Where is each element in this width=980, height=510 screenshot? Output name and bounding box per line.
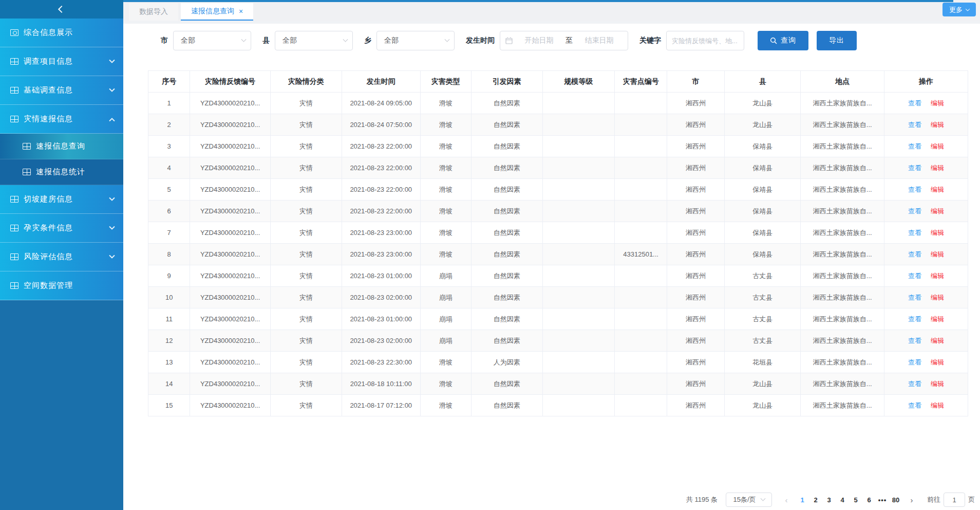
edit-link[interactable]: 编辑 (931, 402, 944, 409)
goto-label: 前往 (927, 495, 940, 504)
edit-link[interactable]: 编辑 (931, 207, 944, 215)
sidebar-item-survey-project-info[interactable]: 调查项目信息 (0, 47, 123, 76)
edit-link[interactable]: 编辑 (931, 294, 944, 301)
county-select[interactable]: 全部 (275, 31, 353, 50)
edit-link[interactable]: 编辑 (931, 337, 944, 344)
table-cell (542, 93, 614, 114)
edit-link[interactable]: 编辑 (931, 315, 944, 323)
view-link[interactable]: 查看 (908, 164, 921, 172)
actions-cell: 查看编辑 (884, 352, 968, 373)
view-link[interactable]: 查看 (908, 250, 921, 258)
export-button[interactable]: 导出 (817, 31, 857, 50)
table-cell: 龙山县 (724, 373, 800, 395)
column-header: 序号 (148, 71, 190, 93)
app: 综合信息展示调查项目信息基础调查信息灾情速报信息速报信息查询速报信息统计切坡建房… (0, 0, 980, 510)
table-cell: 古丈县 (724, 287, 800, 308)
page-number[interactable]: 80 (889, 496, 902, 504)
city-select[interactable]: 全部 (173, 31, 251, 50)
sidebar-item-comprehensive-info-display[interactable]: 综合信息展示 (0, 19, 123, 47)
table-cell: 2021-08-24 07:50:00 (342, 114, 420, 136)
sidebar-item-report-info-stats[interactable]: 速报信息统计 (0, 159, 123, 185)
view-link[interactable]: 查看 (908, 402, 921, 409)
page-number[interactable]: 6 (862, 496, 876, 504)
prev-page-button[interactable]: ‹ (780, 496, 793, 504)
table-cell: 湘西州 (667, 395, 725, 416)
page-number[interactable]: 3 (822, 496, 836, 504)
close-icon[interactable]: × (239, 8, 243, 15)
sidebar-item-report-info-query[interactable]: 速报信息查询 (0, 134, 123, 159)
table-cell (615, 201, 667, 222)
sidebar-item-risk-assessment-info[interactable]: 风险评估信息 (0, 243, 123, 271)
view-link[interactable]: 查看 (908, 358, 921, 366)
more-button[interactable]: 更多 (943, 3, 976, 16)
page-ellipsis[interactable]: ••• (876, 496, 889, 504)
table-cell: 12 (148, 330, 190, 352)
table-cell: 3 (148, 136, 190, 157)
edit-link[interactable]: 编辑 (931, 272, 944, 280)
column-header: 县 (724, 71, 800, 93)
edit-link[interactable]: 编辑 (931, 142, 944, 150)
tab-data-import[interactable]: 数据导入 (129, 3, 178, 21)
table-cell (615, 136, 667, 157)
table-cell: 灾情 (270, 244, 342, 265)
table-cell: 湘西州 (667, 373, 725, 395)
view-link[interactable]: 查看 (908, 142, 921, 150)
view-link[interactable]: 查看 (908, 315, 921, 323)
chevron-down-icon (109, 86, 115, 92)
page-number[interactable]: 2 (809, 496, 822, 504)
search-icon (770, 37, 777, 44)
edit-link[interactable]: 编辑 (931, 99, 944, 107)
view-link[interactable]: 查看 (908, 229, 921, 236)
view-link[interactable]: 查看 (908, 337, 921, 344)
sidebar-item-disaster-report-info[interactable]: 灾情速报信息 (0, 105, 123, 134)
page-number[interactable]: 5 (849, 496, 862, 504)
sidebar-item-spatial-data-management[interactable]: 空间数据管理 (0, 271, 123, 300)
edit-link[interactable]: 编辑 (931, 358, 944, 366)
table-cell: 7 (148, 222, 190, 244)
table-cell: YZD43000020210... (190, 93, 270, 114)
edit-link[interactable]: 编辑 (931, 186, 944, 193)
table-cell: 灾情 (270, 157, 342, 179)
tab-report-info-query[interactable]: 速报信息查询 × (181, 3, 253, 21)
page-number[interactable]: 1 (796, 496, 809, 504)
sidebar-item-basic-survey-info[interactable]: 基础调查信息 (0, 76, 123, 105)
view-link[interactable]: 查看 (908, 99, 921, 107)
view-link[interactable]: 查看 (908, 272, 921, 280)
table-cell: 灾情 (270, 352, 342, 373)
view-link[interactable]: 查看 (908, 207, 921, 215)
column-header: 灾害点编号 (615, 71, 667, 93)
search-button[interactable]: 查询 (758, 31, 808, 50)
township-select[interactable]: 全部 (376, 31, 455, 50)
table-cell: 保靖县 (724, 136, 800, 157)
goto-page-input[interactable] (944, 493, 965, 507)
page-size-select[interactable]: 15条/页 (726, 493, 772, 507)
column-header: 灾害类型 (420, 71, 471, 93)
table-cell: 湘西州 (667, 114, 725, 136)
edit-link[interactable]: 编辑 (931, 229, 944, 236)
keyword-input[interactable] (666, 31, 744, 50)
edit-link[interactable]: 编辑 (931, 164, 944, 172)
actions-cell: 查看编辑 (884, 395, 968, 416)
view-link[interactable]: 查看 (908, 186, 921, 193)
view-link[interactable]: 查看 (908, 380, 921, 388)
actions-cell: 查看编辑 (884, 287, 968, 308)
sidebar-item-slope-housing-info[interactable]: 切坡建房信息 (0, 185, 123, 214)
date-range-picker[interactable]: 开始日期 至 结束日期 (500, 31, 628, 50)
sidebar-item-disaster-condition-info[interactable]: 孕灾条件信息 (0, 214, 123, 243)
edit-link[interactable]: 编辑 (931, 121, 944, 129)
table-cell (615, 373, 667, 395)
table-cell: 人为因素 (471, 352, 542, 373)
table-cell: YZD43000020210... (190, 114, 270, 136)
sidebar-collapse-button[interactable] (0, 0, 123, 19)
next-page-button[interactable]: › (906, 496, 918, 504)
sidebar-item-label: 调查项目信息 (24, 57, 110, 66)
edit-link[interactable]: 编辑 (931, 250, 944, 258)
table-icon (23, 169, 31, 175)
edit-link[interactable]: 编辑 (931, 380, 944, 388)
view-link[interactable]: 查看 (908, 121, 921, 129)
table-cell: 14 (148, 373, 190, 395)
view-link[interactable]: 查看 (908, 294, 921, 301)
page-number[interactable]: 4 (836, 496, 849, 504)
table-cell: 湘西州 (667, 352, 725, 373)
table-icon (10, 225, 18, 231)
